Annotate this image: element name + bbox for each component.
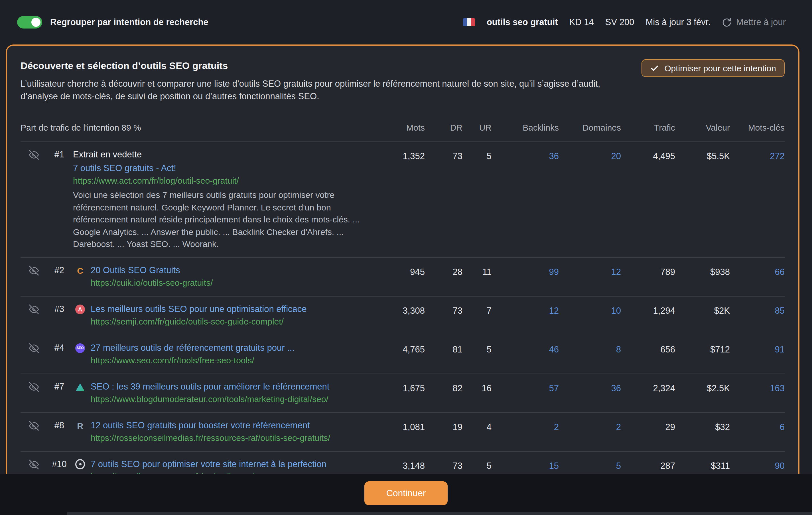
favicon-cuik-icon: C bbox=[75, 265, 85, 275]
backlinks-link[interactable]: 99 bbox=[492, 264, 559, 278]
eye-off-icon bbox=[29, 343, 38, 353]
eye-off-icon bbox=[29, 150, 38, 160]
domains-link[interactable]: 2 bbox=[559, 419, 621, 433]
refresh-button[interactable]: Mettre à jour bbox=[722, 17, 786, 27]
eye-off-icon bbox=[29, 459, 38, 469]
result-title-link[interactable]: Les meilleurs outils SEO pour une optimi… bbox=[91, 303, 307, 315]
domains-link[interactable]: 12 bbox=[559, 264, 621, 278]
rank-label: #1 bbox=[47, 148, 72, 161]
favicon-semji-icon: A bbox=[75, 304, 85, 314]
hide-result-button[interactable] bbox=[21, 380, 47, 392]
backlinks-link[interactable]: 2 bbox=[492, 419, 559, 433]
dr-value: 73 bbox=[425, 148, 462, 163]
result-content: Extrait en vedette 7 outils SEO gratuits… bbox=[72, 148, 384, 250]
result-title-link[interactable]: SEO : les 39 meilleurs outils pour améli… bbox=[91, 380, 329, 393]
backlinks-link[interactable]: 36 bbox=[492, 148, 559, 163]
keywords-link[interactable]: 66 bbox=[730, 264, 785, 278]
result-snippet: Voici une sélection des 7 meilleurs outi… bbox=[73, 189, 384, 250]
eye-off-icon bbox=[29, 421, 38, 430]
topbar: Regrouper par intention de recherche out… bbox=[0, 0, 812, 45]
domains-link[interactable]: 10 bbox=[559, 303, 621, 317]
intent-texts: Découverte et sélection d’outils SEO gra… bbox=[21, 59, 616, 103]
dr-value: 73 bbox=[425, 303, 462, 317]
footer-bar: Continuer bbox=[0, 474, 812, 515]
result-url-link[interactable]: https://www.blogdumoderateur.com/tools/m… bbox=[91, 393, 329, 405]
traffic-value: 287 bbox=[621, 458, 675, 472]
domains-link[interactable]: 36 bbox=[559, 380, 621, 394]
result-content: A Les meilleurs outils SEO pour une opti… bbox=[72, 303, 384, 327]
result-url-link[interactable]: https://semji.com/fr/guide/outils-seo-gu… bbox=[91, 315, 307, 327]
table-row: #2 C 20 Outils SEO Gratuits https://cuik… bbox=[21, 257, 785, 296]
favicon-blogdumoderateur-icon bbox=[75, 382, 85, 392]
keywords-link[interactable]: 272 bbox=[730, 148, 785, 163]
eye-off-icon bbox=[29, 304, 38, 314]
backlinks-link[interactable]: 46 bbox=[492, 341, 559, 355]
words-value: 4,765 bbox=[384, 341, 425, 355]
toggle-label: Regrouper par intention de recherche bbox=[50, 17, 208, 27]
keywords-link[interactable]: 90 bbox=[730, 458, 785, 472]
intent-card: Découverte et sélection d’outils SEO gra… bbox=[6, 45, 800, 515]
keywords-link[interactable]: 91 bbox=[730, 341, 785, 355]
words-value: 1,675 bbox=[384, 380, 425, 394]
rank-label: #2 bbox=[47, 264, 72, 276]
result-content: SEO : les 39 meilleurs outils pour améli… bbox=[72, 380, 384, 405]
hide-result-button[interactable] bbox=[21, 419, 47, 430]
toggle-knob bbox=[31, 18, 40, 27]
value-value: $32 bbox=[675, 419, 730, 433]
result-title-link[interactable]: 7 outils SEO gratuits - Act! bbox=[73, 162, 384, 174]
result-url-link[interactable]: https://www.act.com/fr/blog/outil-seo-gr… bbox=[73, 174, 384, 187]
continue-button[interactable]: Continuer bbox=[365, 481, 447, 505]
keywords-link[interactable]: 163 bbox=[730, 380, 785, 394]
domains-link[interactable]: 5 bbox=[559, 458, 621, 472]
rank-label: #7 bbox=[47, 380, 72, 393]
result-title-link[interactable]: 20 Outils SEO Gratuits bbox=[91, 264, 213, 276]
ur-value: 7 bbox=[462, 303, 492, 317]
words-value: 1,352 bbox=[384, 148, 425, 163]
traffic-value: 789 bbox=[621, 264, 675, 278]
table-row: #4 SEO 27 meilleurs outils de référencem… bbox=[21, 335, 785, 373]
domains-link[interactable]: 8 bbox=[559, 341, 621, 355]
hide-result-button[interactable] bbox=[21, 264, 47, 275]
hide-result-button[interactable] bbox=[21, 148, 47, 160]
result-url-link[interactable]: https://cuik.io/outils-seo-gratuits/ bbox=[91, 276, 213, 289]
ur-value: 16 bbox=[462, 380, 492, 394]
intent-card-header: Découverte et sélection d’outils SEO gra… bbox=[21, 59, 785, 103]
col-ur: UR bbox=[462, 123, 492, 134]
optimize-intent-button[interactable]: Optimiser pour cette intention bbox=[641, 59, 785, 77]
domains-link[interactable]: 20 bbox=[559, 148, 621, 163]
group-by-intent-toggle[interactable] bbox=[17, 16, 42, 29]
intent-title: Découverte et sélection d’outils SEO gra… bbox=[21, 60, 616, 72]
table-row: #7 SEO : les 39 meilleurs outils pour am… bbox=[21, 373, 785, 412]
hide-result-button[interactable] bbox=[21, 303, 47, 314]
value-value: $2.5K bbox=[675, 380, 730, 394]
result-title-link[interactable]: 7 outils SEO pour optimiser votre site i… bbox=[91, 458, 326, 470]
hide-result-button[interactable] bbox=[21, 458, 47, 469]
dr-value: 82 bbox=[425, 380, 462, 394]
hide-result-button[interactable] bbox=[21, 341, 47, 353]
featured-snippet-label: Extrait en vedette bbox=[73, 148, 384, 161]
result-content: R 12 outils SEO gratuits pour booster vo… bbox=[72, 419, 384, 444]
backlinks-link[interactable]: 57 bbox=[492, 380, 559, 394]
value-value: $5.5K bbox=[675, 148, 730, 163]
keywords-link[interactable]: 85 bbox=[730, 303, 785, 317]
result-content: SEO 27 meilleurs outils de référencement… bbox=[72, 341, 384, 366]
sv-stat: SV 200 bbox=[605, 17, 634, 27]
backlinks-link[interactable]: 15 bbox=[492, 458, 559, 472]
result-title-link[interactable]: 12 outils SEO gratuits pour booster votr… bbox=[91, 419, 330, 431]
col-domains: Domaines bbox=[559, 123, 621, 134]
col-value: Valeur bbox=[675, 123, 730, 134]
ur-value: 11 bbox=[462, 264, 492, 278]
traffic-value: 29 bbox=[621, 419, 675, 433]
rank-label: #3 bbox=[47, 303, 72, 315]
result-title-link[interactable]: 27 meilleurs outils de référencement gra… bbox=[91, 341, 294, 354]
result-url-link[interactable]: https://www.seo.com/fr/tools/free-seo-to… bbox=[91, 354, 294, 366]
result-url-link[interactable]: https://rosselconseilmedias.fr/ressource… bbox=[91, 431, 330, 444]
keyword-label: outils seo gratuit bbox=[487, 17, 558, 27]
keywords-link[interactable]: 6 bbox=[730, 419, 785, 433]
backlinks-link[interactable]: 12 bbox=[492, 303, 559, 317]
traffic-value: 4,495 bbox=[621, 148, 675, 163]
words-value: 3,148 bbox=[384, 458, 425, 472]
table-row: #8 R 12 outils SEO gratuits pour booster… bbox=[21, 412, 785, 451]
result-content: C 20 Outils SEO Gratuits https://cuik.io… bbox=[72, 264, 384, 289]
last-updated-label: Mis à jour 3 févr. bbox=[646, 17, 710, 27]
